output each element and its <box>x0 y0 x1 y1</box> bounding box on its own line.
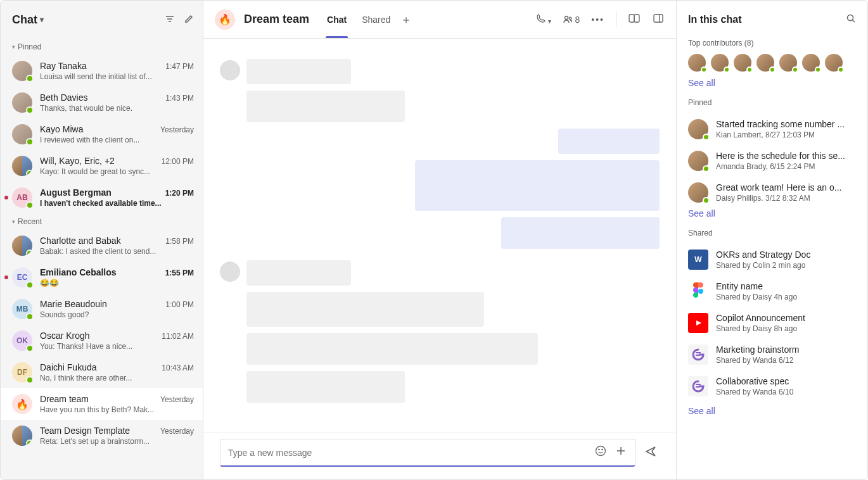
pinned-message[interactable]: Started tracking some number ... Kian La… <box>688 113 856 145</box>
see-all-pinned[interactable]: See all <box>688 208 856 218</box>
rail-title-text: Chat <box>12 13 37 27</box>
avatar <box>12 426 32 446</box>
contributor-avatar[interactable] <box>688 54 706 72</box>
pinned-message[interactable]: Here is the schedule for this se... Aman… <box>688 145 856 177</box>
avatar: DF <box>12 362 32 382</box>
chat-preview: Babak: I asked the client to send... <box>40 247 194 256</box>
shared-meta: Shared by Colin 2 min ago <box>716 261 856 270</box>
chat-list-item[interactable]: Ray Tanaka 1:47 PM Louisa will send the … <box>1 55 203 87</box>
chat-list-item[interactable]: OK Oscar Krogh 11:02 AM You: Thanks! Hav… <box>1 325 203 357</box>
shared-title: OKRs and Strategy Doc <box>716 249 856 260</box>
chat-time: 1:58 PM <box>165 237 194 246</box>
chat-list-item[interactable]: Charlotte and Babak 1:58 PM Babak: I ask… <box>1 230 203 262</box>
pinned-message[interactable]: Great work team! Here is an o... Daisy P… <box>688 177 856 208</box>
contributor-avatar[interactable] <box>734 54 751 72</box>
contributor-avatar[interactable] <box>756 54 774 72</box>
chat-list-item[interactable]: AB August Bergman 1:20 PM I haven't chec… <box>1 182 203 213</box>
chat-list-item[interactable]: Will, Kayo, Eric, +2 12:00 PM Kayo: It w… <box>1 150 203 182</box>
people-button[interactable]: 8 <box>563 15 580 25</box>
chat-name: Team Design Template <box>40 426 155 436</box>
message-bubble[interactable] <box>246 59 351 84</box>
chat-preview: Kayo: It would be great to sync... <box>40 167 194 176</box>
chat-name: Marie Beaudouin <box>40 299 160 309</box>
pinned-section[interactable]: ▾ Pinned <box>1 39 203 55</box>
svg-rect-6 <box>634 15 639 22</box>
shared-item[interactable]: Entity name Shared by Daisy 4h ago <box>688 275 856 307</box>
see-all-shared[interactable]: See all <box>688 406 856 416</box>
shared-meta: Shared by Daisy 4h ago <box>716 293 856 301</box>
avatar <box>220 262 240 282</box>
message-bubble[interactable] <box>246 91 405 122</box>
chat-list-item[interactable]: DF Daichi Fukuda 10:43 AM No, I think th… <box>1 357 203 388</box>
chat-name: Dream team <box>40 394 155 404</box>
svg-marker-17 <box>696 320 701 325</box>
compose-icon[interactable] <box>184 14 194 26</box>
avatar: OK <box>12 331 32 351</box>
shared-item[interactable]: Collaborative spec Shared by Wanda 6/10 <box>688 370 856 402</box>
plus-actions-icon[interactable] <box>615 445 627 460</box>
search-icon[interactable] <box>846 13 856 26</box>
recent-section[interactable]: ▾ Recent <box>1 213 203 230</box>
message-bubble[interactable] <box>246 333 538 365</box>
add-tab-button[interactable]: ＋ <box>400 12 412 27</box>
message-bubble[interactable] <box>246 292 484 327</box>
pinned-meta: Daisy Phillips. 3/12 8:32 AM <box>716 194 856 203</box>
chat-list-item[interactable]: Beth Davies 1:43 PM Thanks, that would b… <box>1 87 203 118</box>
chat-time: 1:43 PM <box>165 94 194 103</box>
chat-list-item[interactable]: Team Design Template Yesterday Reta: Let… <box>1 420 203 452</box>
avatar <box>688 182 708 203</box>
chat-details-pane: In this chat Top contributors (8) See al… <box>676 1 867 479</box>
chat-preview: 😂😂 <box>40 279 194 287</box>
collapse-triangle-icon: ▾ <box>12 218 15 225</box>
chat-dropdown[interactable]: Chat ▾ <box>12 13 44 27</box>
chat-list-header: Chat ▾ <box>1 1 203 39</box>
tab-shared[interactable]: Shared <box>361 1 392 38</box>
message-input[interactable] <box>228 448 587 458</box>
message-bubble[interactable] <box>415 160 660 211</box>
shared-item[interactable]: Marketing brainstorm Shared by Wanda 6/1… <box>688 339 856 370</box>
chat-time: 1:20 PM <box>165 189 194 198</box>
svg-point-11 <box>602 449 603 450</box>
call-button[interactable]: ▾ <box>536 13 552 25</box>
shared-item[interactable]: W OKRs and Strategy Doc Shared by Colin … <box>688 244 856 275</box>
svg-rect-5 <box>629 15 634 22</box>
avatar <box>12 236 32 256</box>
pinned-title: Great work team! Here is an o... <box>716 182 856 193</box>
contributor-avatar[interactable] <box>825 54 843 72</box>
pinned-meta: Amanda Brady, 6/15 2:24 PM <box>716 162 856 171</box>
see-all-contributors[interactable]: See all <box>688 78 856 88</box>
chat-list-item[interactable]: 🔥 Dream team Yesterday Have you run this… <box>1 388 203 420</box>
tab-chat[interactable]: Chat <box>326 1 348 38</box>
shared-item[interactable]: Copilot Announcement Shared by Daisy 8h … <box>688 307 856 339</box>
chat-header: 🔥 Dream team ChatShared ＋ ▾ 8 ••• <box>203 1 676 39</box>
chat-list-item[interactable]: MB Marie Beaudouin 1:00 PM Sounds good? <box>1 293 203 325</box>
filter-icon[interactable] <box>165 14 175 26</box>
contributor-avatar[interactable] <box>802 54 820 72</box>
message-bubble[interactable] <box>246 260 351 286</box>
unread-dot <box>4 275 8 279</box>
open-pane-icon[interactable] <box>652 12 665 27</box>
people-count: 8 <box>575 15 580 25</box>
contributor-avatar[interactable] <box>711 54 729 72</box>
chat-time: 1:55 PM <box>165 268 194 277</box>
svg-point-4 <box>570 17 572 20</box>
pinned-meta: Kian Lambert, 8/27 12:03 PM <box>716 130 856 139</box>
message-input-box[interactable] <box>220 439 635 467</box>
chat-name: Daichi Fukuda <box>40 362 156 372</box>
message-bubble[interactable] <box>501 217 660 249</box>
more-button[interactable]: ••• <box>591 15 604 25</box>
message-bubble[interactable] <box>246 371 405 403</box>
chat-list-item[interactable]: Kayo Miwa Yesterday I reviewed with the … <box>1 118 203 150</box>
panel-title: In this chat <box>688 14 741 25</box>
avatar <box>220 60 240 80</box>
message-bubble[interactable] <box>558 129 660 154</box>
contributor-avatar[interactable] <box>779 54 797 72</box>
chat-name: Emiliano Ceballos <box>40 267 160 277</box>
chat-preview: You: Thanks! Have a nice... <box>40 342 194 351</box>
copilot-icon[interactable] <box>628 12 641 27</box>
message-list[interactable] <box>203 39 676 432</box>
emoji-icon[interactable] <box>594 445 607 460</box>
chat-list-item[interactable]: EC Emiliano Ceballos 1:55 PM 😂😂 <box>1 262 203 293</box>
shared-title: Entity name <box>716 281 856 291</box>
send-button[interactable] <box>642 445 660 461</box>
